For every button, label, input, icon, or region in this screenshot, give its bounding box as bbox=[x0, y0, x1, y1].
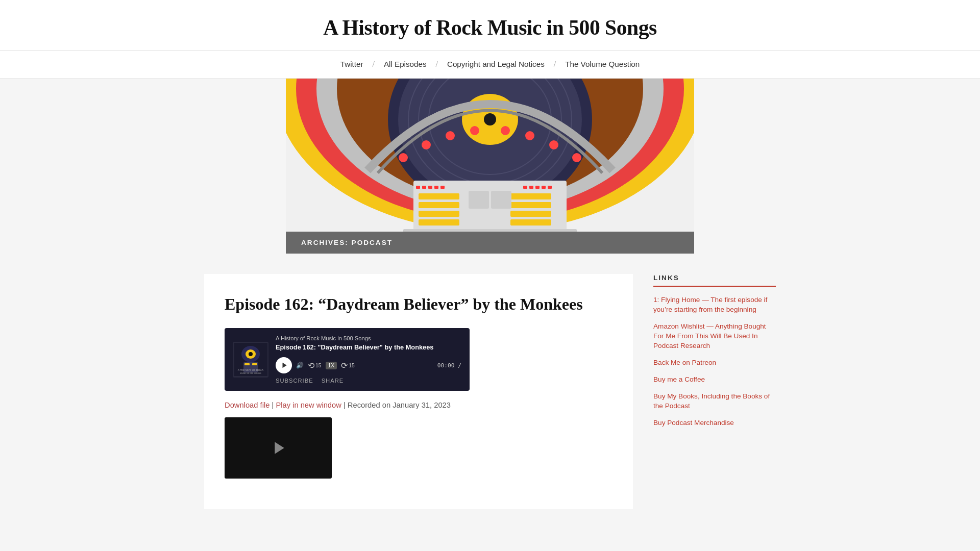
site-nav: Twitter / All Episodes / Copyright and L… bbox=[0, 51, 980, 79]
nav-copyright[interactable]: Copyright and Legal Notices bbox=[447, 60, 545, 68]
episode-title: Episode 162: “Daydream Believer” by the … bbox=[225, 294, 612, 314]
svg-point-17 bbox=[525, 131, 534, 140]
svg-rect-37 bbox=[510, 211, 551, 217]
download-links: Download file | Play in new window | Rec… bbox=[225, 401, 612, 409]
player-widget: A HISTORY OF ROCK MUSIC IN 500 SONGS A H… bbox=[225, 328, 470, 391]
play-button[interactable] bbox=[276, 357, 292, 373]
svg-rect-39 bbox=[469, 191, 489, 209]
svg-rect-48 bbox=[252, 363, 257, 365]
nav-sep-1: / bbox=[372, 60, 374, 68]
recorded-text: | bbox=[344, 401, 348, 409]
svg-marker-52 bbox=[275, 442, 284, 454]
player-controls: 🔊 ⟲ 15 1X ⟳ 15 bbox=[276, 357, 461, 373]
archives-prefix: ARCHIVES: bbox=[301, 239, 349, 246]
archives-banner: ARCHIVES: PODCAST bbox=[286, 232, 694, 254]
svg-rect-24 bbox=[434, 186, 438, 189]
player-time: 00:00 / bbox=[437, 362, 461, 369]
sidebar-link-buy-coffee[interactable]: Buy me a Coffee bbox=[653, 374, 776, 384]
recorded-date: Recorded on January 31, 2023 bbox=[348, 401, 451, 409]
svg-rect-25 bbox=[440, 186, 445, 189]
forward-button[interactable]: ⟳ 15 bbox=[341, 361, 355, 370]
main-container: Episode 162: “Daydream Believer” by the … bbox=[194, 254, 786, 530]
video-thumbnail[interactable] bbox=[225, 417, 332, 479]
sidebar-link-patreon[interactable]: Back Me on Patreon bbox=[653, 358, 776, 367]
svg-marker-51 bbox=[283, 363, 287, 368]
forward-icon: ⟳ bbox=[341, 361, 348, 370]
sidebar-link-amazon[interactable]: Amazon Wishlist — Anything Bought For Me… bbox=[653, 321, 776, 350]
svg-point-14 bbox=[446, 131, 455, 140]
nav-sep-2: / bbox=[435, 60, 437, 68]
svg-rect-35 bbox=[510, 193, 551, 199]
svg-rect-32 bbox=[419, 202, 459, 208]
content-area: Episode 162: “Daydream Believer” by the … bbox=[204, 274, 633, 509]
svg-point-12 bbox=[399, 153, 408, 162]
svg-point-19 bbox=[572, 153, 581, 162]
rewind-label: 15 bbox=[315, 363, 322, 368]
player-podcast-name: A History of Rock Music in 500 Songs bbox=[276, 335, 461, 341]
jukebox-illustration bbox=[286, 79, 694, 232]
nav-sep-3: / bbox=[554, 60, 556, 68]
svg-point-16 bbox=[501, 126, 510, 135]
svg-rect-23 bbox=[428, 186, 432, 189]
svg-rect-38 bbox=[510, 219, 551, 226]
sidebar-links-heading: LINKS bbox=[653, 274, 776, 287]
player-thumbnail: A HISTORY OF ROCK MUSIC IN 500 SONGS bbox=[233, 342, 268, 378]
svg-rect-34 bbox=[419, 219, 459, 226]
svg-rect-29 bbox=[542, 186, 546, 189]
site-title: A History of Rock Music in 500 Songs bbox=[10, 15, 970, 40]
svg-point-45 bbox=[249, 352, 253, 356]
svg-point-11 bbox=[484, 113, 496, 126]
player-right: A History of Rock Music in 500 Songs Epi… bbox=[276, 335, 461, 384]
svg-rect-30 bbox=[548, 186, 552, 189]
svg-rect-41 bbox=[403, 229, 577, 232]
svg-rect-33 bbox=[419, 211, 459, 217]
svg-rect-22 bbox=[422, 186, 426, 189]
sidebar-link-merchandise[interactable]: Buy Podcast Merchandise bbox=[653, 418, 776, 428]
sidebar-link-books[interactable]: Buy My Books, Including the Books of the… bbox=[653, 391, 776, 411]
sidebar-links-section: LINKS 1: Flying Home — The first episode… bbox=[653, 274, 776, 428]
svg-rect-31 bbox=[419, 193, 459, 199]
nav-twitter[interactable]: Twitter bbox=[340, 60, 363, 68]
svg-rect-26 bbox=[523, 186, 527, 189]
speed-badge: 1X bbox=[326, 362, 337, 369]
share-button[interactable]: SHARE bbox=[322, 378, 344, 384]
nav-all-episodes[interactable]: All Episodes bbox=[384, 60, 427, 68]
svg-rect-21 bbox=[416, 186, 420, 189]
site-header: A History of Rock Music in 500 Songs bbox=[0, 0, 980, 51]
svg-rect-27 bbox=[529, 186, 533, 189]
svg-point-15 bbox=[470, 126, 479, 135]
svg-rect-40 bbox=[491, 191, 511, 209]
sidebar-link-first-episode[interactable]: 1: Flying Home — The first episode if yo… bbox=[653, 295, 776, 314]
nav-volume-question[interactable]: The Volume Question bbox=[565, 60, 640, 68]
player-episode-name: Episode 162: "Daydream Believer" by the … bbox=[276, 343, 461, 352]
archives-category: PODCAST bbox=[352, 239, 393, 246]
download-file-link[interactable]: Download file bbox=[225, 401, 270, 409]
svg-point-18 bbox=[549, 140, 558, 149]
svg-text:A HISTORY OF ROCK: A HISTORY OF ROCK bbox=[237, 368, 263, 371]
volume-button[interactable]: 🔊 bbox=[296, 362, 304, 369]
svg-rect-36 bbox=[510, 202, 551, 208]
forward-label: 15 bbox=[349, 363, 355, 368]
hero-wrapper: ARCHIVES: PODCAST bbox=[0, 79, 980, 254]
svg-point-13 bbox=[422, 140, 431, 149]
subscribe-button[interactable]: SUBSCRIBE bbox=[276, 378, 313, 384]
sidebar: LINKS 1: Flying Home — The first episode… bbox=[653, 274, 776, 443]
player-bottom: SUBSCRIBE SHARE bbox=[276, 378, 461, 384]
rewind-icon: ⟲ bbox=[308, 361, 314, 370]
speed-button[interactable]: 1X bbox=[326, 362, 337, 369]
rewind-button[interactable]: ⟲ 15 bbox=[308, 361, 322, 370]
svg-text:MUSIC IN 500 SONGS: MUSIC IN 500 SONGS bbox=[240, 372, 261, 374]
play-in-window-link[interactable]: Play in new window bbox=[276, 401, 341, 409]
svg-rect-28 bbox=[535, 186, 540, 189]
volume-icon: 🔊 bbox=[296, 362, 304, 369]
svg-rect-47 bbox=[244, 363, 250, 365]
